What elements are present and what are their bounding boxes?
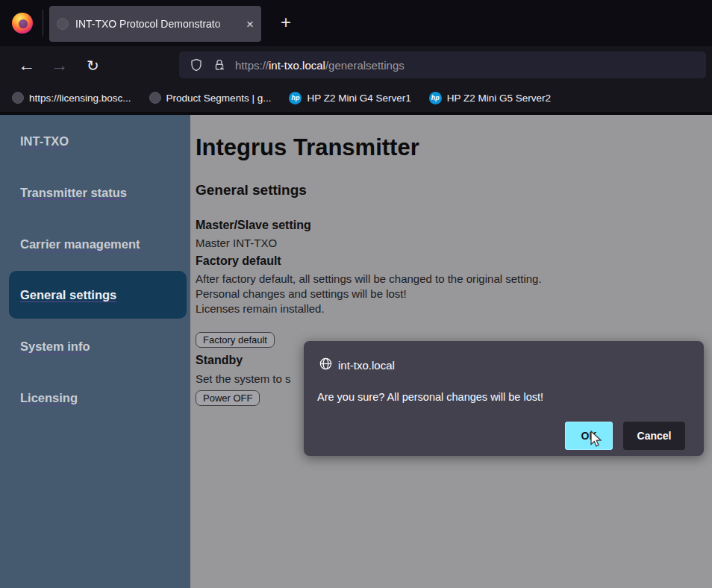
sidebar-item-transmitter-status[interactable]: Transmitter status [0, 169, 190, 216]
standby-description: Set the system to s [196, 372, 291, 385]
sidebar-item-carrier-management[interactable]: Carrier management [0, 220, 190, 268]
bookmark-label: https://licensing.bosc... [29, 93, 131, 104]
bookmark-product-segments[interactable]: Product Segments | g... [149, 92, 272, 104]
url-host: int-txo.local [269, 59, 325, 72]
browser-window: INT-TXO Protocol Demonstrato × + ← → ↻ h… [0, 0, 712, 588]
active-tab[interactable]: INT-TXO Protocol Demonstrato × [49, 6, 261, 42]
lock-warning-icon[interactable] [213, 58, 226, 72]
url-path: /generalsettings [325, 59, 405, 72]
sidebar-item-system-info[interactable]: System info [0, 322, 190, 370]
dialog-buttons: OK Cancel [565, 422, 685, 450]
bookmark-hp-server2[interactable]: hp HP Z2 Mini G5 Server2 [429, 92, 551, 104]
page-content: INT-TXO Transmitter status Carrier manag… [0, 112, 712, 588]
back-button[interactable]: ← [18, 54, 35, 76]
bookmark-label: HP Z2 Mini G4 Server1 [307, 93, 410, 104]
sidebar: INT-TXO Transmitter status Carrier manag… [0, 115, 190, 588]
standby-heading: Standby [196, 354, 243, 367]
tab-separator [43, 10, 43, 37]
dialog-message: Are you sure? All personal changes will … [317, 391, 543, 403]
bookmark-hp-server1[interactable]: hp HP Z2 Mini G4 Server1 [289, 92, 410, 104]
url-bar[interactable]: https://int-txo.local/generalsettings [179, 51, 706, 78]
tab-bar: INT-TXO Protocol Demonstrato × + [0, 0, 712, 46]
dialog-site: int-txo.local [338, 359, 395, 372]
sidebar-item-licensing[interactable]: Licensing [0, 374, 190, 422]
master-slave-value: Master INT-TXO [196, 237, 277, 249]
site-favicon-icon [57, 18, 69, 30]
bookmark-label: HP Z2 Mini G5 Server2 [447, 93, 551, 104]
globe-icon [319, 357, 333, 371]
navigation-toolbar: ← → ↻ https://int-txo.local/generalsetti… [0, 46, 712, 84]
power-off-button[interactable]: Power OFF [196, 390, 260, 406]
factory-default-line1: After factory default, all settings will… [196, 272, 542, 285]
tab-close-icon[interactable]: × [246, 18, 254, 31]
new-tab-button[interactable]: + [275, 12, 297, 34]
factory-default-line3: Licenses remain installed. [196, 302, 325, 315]
sidebar-item-general-settings[interactable]: General settings [9, 271, 187, 319]
globe-icon [149, 92, 161, 104]
firefox-icon[interactable] [12, 13, 33, 34]
url-scheme: https:// [235, 59, 269, 72]
hp-logo-icon: hp [289, 92, 302, 104]
globe-icon [12, 92, 24, 104]
master-slave-heading: Master/Slave setting [196, 219, 311, 232]
tab-title: INT-TXO Protocol Demonstrato [75, 18, 243, 30]
hp-logo-icon: hp [429, 92, 442, 104]
bookmarks-bar: https://licensing.bosc... Product Segmen… [0, 84, 712, 112]
bookmark-label: Product Segments | g... [166, 93, 272, 104]
factory-default-line2: Personal changes and settings will be lo… [196, 287, 407, 300]
factory-default-button[interactable]: Factory default [196, 332, 275, 348]
bookmark-licensing[interactable]: https://licensing.bosc... [12, 92, 131, 104]
reload-button[interactable]: ↻ [87, 54, 99, 77]
page-title: Integrus Transmitter [196, 134, 419, 161]
factory-default-heading: Factory default [196, 254, 281, 268]
section-heading: General settings [196, 182, 307, 198]
ok-button[interactable]: OK [565, 422, 613, 450]
url-text: https://int-txo.local/generalsettings [235, 59, 405, 72]
confirm-dialog: int-txo.local Are you sure? All personal… [304, 341, 704, 456]
sidebar-item-int-txo[interactable]: INT-TXO [0, 117, 190, 165]
cancel-button[interactable]: Cancel [623, 422, 685, 450]
forward-button[interactable]: → [51, 54, 68, 76]
shield-icon[interactable] [190, 58, 203, 72]
